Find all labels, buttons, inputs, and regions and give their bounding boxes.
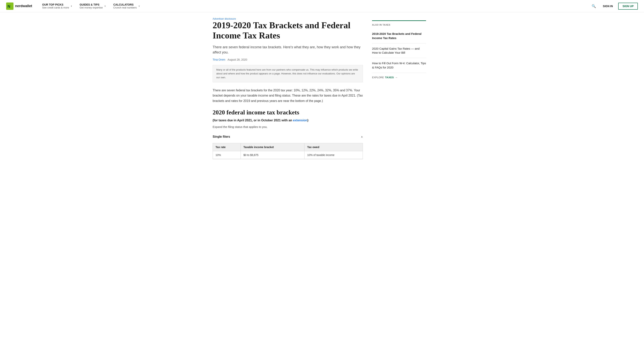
navbar: N nerdwallet OUR TOP PICKS See credit ca… (0, 0, 644, 12)
sidebar-link-w4[interactable]: How to Fill Out Form W-4: Calculator, Ti… (372, 58, 426, 73)
disclaimer-text: Many or all of the products featured her… (216, 68, 359, 79)
cell-owed-1: 10% of taxable income (304, 151, 363, 159)
nav-top-picks-chevron: ▾ (71, 5, 72, 7)
nerdwallet-logo-icon: N (6, 2, 14, 10)
article-subtitle: There are seven federal income tax brack… (212, 45, 363, 55)
advertiser-disclosure-link[interactable]: Advertiser disclosure (212, 17, 236, 20)
sidebar-also-in-label: ALSO IN TAXES (372, 24, 426, 26)
tax-table-head: Tax rate Taxable income bracket Tax owed (213, 143, 363, 151)
nav-items: OUR TOP PICKS See credit cards & more ▾ … (38, 0, 590, 12)
sidebar-link-current[interactable]: 2019-2020 Tax Brackets and Federal Incom… (372, 29, 426, 43)
nav-calc-chevron: ▾ (139, 5, 140, 7)
nav-guides-sub: Get money expertise (80, 6, 103, 9)
tax-table-header-row: Tax rate Taxable income bracket Tax owed (213, 143, 363, 151)
nav-guides-chevron: ▾ (104, 5, 106, 7)
nav-item-top-picks[interactable]: OUR TOP PICKS See credit cards & more ▾ (38, 0, 76, 12)
nav-logo[interactable]: N nerdwallet (6, 2, 32, 10)
article-body-intro: There are seven federal tax brackets for… (212, 88, 363, 103)
cell-rate-1: 10% (213, 151, 241, 159)
nav-item-guides-tips[interactable]: GUIDES & TIPS Get money expertise ▾ (76, 0, 110, 12)
sidebar-explore: EXPLORE TAXES → (372, 73, 426, 79)
svg-text:N: N (8, 4, 10, 8)
sidebar-explore-arrow: → (395, 76, 398, 79)
sidebar-link-capital-gains[interactable]: 2020 Capital Gains Tax Rates — and How t… (372, 43, 426, 58)
nav-item-calculators[interactable]: CALCULATORS Crunch real numbers ▾ (110, 0, 143, 12)
article-main: 2019-2020 Tax Brackets and Federal Incom… (212, 20, 363, 159)
signin-button[interactable]: SIGN IN (600, 3, 615, 9)
article-title: 2019-2020 Tax Brackets and Federal Incom… (212, 20, 363, 41)
sidebar-explore-prefix: EXPLORE (372, 76, 384, 79)
accordion-header-single[interactable]: Single filers ∧ (212, 132, 363, 142)
col-tax-rate: Tax rate (213, 143, 241, 151)
table-row: 10% $0 to $9,875 10% of taxable income (213, 151, 363, 159)
content-layout: 2019-2020 Tax Brackets and Federal Incom… (212, 20, 432, 159)
tax-table: Tax rate Taxable income bracket Tax owed… (212, 143, 363, 159)
nav-top-picks-sub: See credit cards & more (42, 6, 69, 9)
signup-button[interactable]: SIGN UP (618, 3, 638, 10)
nav-right: 🔍 SIGN IN SIGN UP (590, 2, 638, 10)
page-container: Advertiser disclosure 2019-2020 Tax Brac… (206, 12, 438, 164)
accordion-single-filers: Single filers ∧ Tax rate Taxable income … (212, 132, 363, 159)
expand-caption: Expand the filing status that applies to… (212, 125, 363, 129)
article-date: August 28, 2020 (228, 58, 247, 61)
article-sidebar: ALSO IN TAXES 2019-2020 Tax Brackets and… (372, 20, 426, 159)
disclaimer-box: Many or all of the products featured her… (212, 65, 363, 82)
nav-top-picks-title: OUR TOP PICKS (42, 3, 69, 6)
nav-calc-title: CALCULATORS (113, 3, 136, 6)
tax-table-body: 10% $0 to $9,875 10% of taxable income (213, 151, 363, 159)
nav-guides-title: GUIDES & TIPS (80, 3, 103, 6)
section-subheading: (for taxes due in April 2021, or in Octo… (212, 119, 363, 122)
nav-calc-sub: Crunch real numbers (113, 6, 136, 9)
accordion-chevron-single: ∧ (361, 135, 363, 138)
nav-logo-text: nerdwallet (15, 4, 32, 8)
section-heading: 2020 federal income tax brackets (212, 109, 363, 116)
section-subheading-prefix: (for taxes due in April 2021, or in Octo… (212, 119, 293, 122)
search-button[interactable]: 🔍 (590, 2, 598, 10)
col-income-bracket: Taxable income bracket (240, 143, 304, 151)
sidebar-section: ALSO IN TAXES 2019-2020 Tax Brackets and… (372, 20, 426, 79)
article-meta: Tina Orem August 28, 2020 (212, 58, 363, 61)
author-link[interactable]: Tina Orem (212, 58, 225, 61)
section-subheading-suffix: ) (307, 119, 308, 122)
sidebar-explore-link[interactable]: TAXES (385, 76, 394, 79)
cell-bracket-1: $0 to $9,875 (240, 151, 304, 159)
extension-link[interactable]: extension (293, 119, 307, 122)
col-tax-owed: Tax owed (304, 143, 363, 151)
search-icon: 🔍 (592, 4, 596, 8)
accordion-title-single: Single filers (212, 135, 230, 139)
